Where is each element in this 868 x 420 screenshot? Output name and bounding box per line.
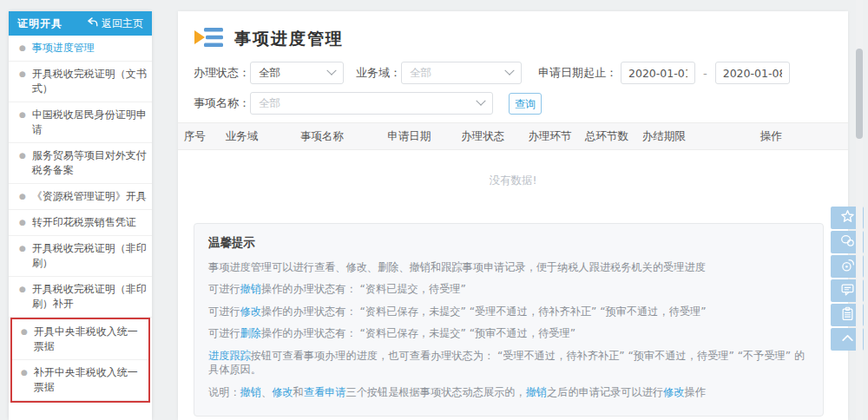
- chevron-down-icon: [326, 66, 336, 75]
- sidebar-menu: ●事项进度管理●开具税收完税证明（文书式）●中国税收居民身份证明申请●服务贸易等…: [9, 36, 152, 403]
- domain-select[interactable]: 全部: [401, 62, 522, 84]
- sidebar-item[interactable]: ●开具中央非税收入统一票据: [12, 319, 148, 360]
- table-column-header: 序号: [178, 129, 212, 144]
- tip-line: 进度跟踪按钮可查看事项办理的进度，也可查看办理状态为： “受理不通过，待补齐补正…: [208, 349, 809, 377]
- filter-panel: 办理状态： 全部 业务域： 全部 申请日期起止： - 事项名称： 全部 查询: [178, 62, 848, 115]
- back-link-label: 返回主页: [102, 16, 143, 31]
- sidebar-item-label: 中国税收居民身份证明申请: [32, 108, 147, 137]
- tip-line: 可进行撤销操作的办理状态有： “资料已提交，待受理”: [208, 282, 809, 296]
- progress-list-icon: [194, 26, 223, 52]
- page-title: 事项进度管理: [234, 28, 344, 50]
- scrollbar-thumb[interactable]: [856, 49, 863, 139]
- status-label: 办理状态：: [194, 65, 250, 81]
- tips-panel: 温馨提示 事项进度管理可以进行查看、修改、删除、撤销和跟踪事项申请记录，便于纳税…: [194, 223, 824, 417]
- sidebar: 证明开具 返回主页 ●事项进度管理●开具税收完税证明（文书式）●中国税收居民身份…: [9, 11, 152, 420]
- sidebar-item-label: 开具税收完税证明（文书式）: [32, 67, 147, 96]
- back-arrow-icon: [87, 17, 98, 30]
- tip-text: 事项进度管理可以进行查看、修改、删除、撤销和跟踪事项申请记录，便于纳税人跟进税务…: [208, 261, 706, 273]
- tip-action-link[interactable]: 删除: [240, 327, 261, 339]
- tip-action-link[interactable]: 修改: [272, 386, 293, 398]
- bullet-icon: ●: [21, 365, 28, 380]
- tip-action-link[interactable]: 进度跟踪: [208, 350, 251, 362]
- sidebar-item[interactable]: ●事项进度管理: [9, 36, 152, 62]
- table-column-header: 业务域: [212, 129, 272, 144]
- tip-line: 说明：撤销、修改和查看申请三个按钮是根据事项状态动态展示的，撤销之后的申请记录可…: [208, 385, 809, 399]
- sidebar-item[interactable]: ●转开印花税票销售凭证: [9, 210, 152, 236]
- sidebar-item[interactable]: ●补开中央非税收入统一票据: [12, 360, 148, 401]
- tips-lines: 事项进度管理可以进行查看、修改、删除、撤销和跟踪事项申请记录，便于纳税人跟进税务…: [208, 260, 809, 399]
- tip-action-link[interactable]: 撤销: [240, 386, 261, 398]
- feedback-icon: [840, 282, 855, 300]
- table-column-header: 事项名称: [272, 129, 372, 144]
- table-column-header: 操作: [694, 129, 848, 144]
- item-name-select[interactable]: 全部: [250, 92, 493, 115]
- tip-text: 、: [261, 386, 272, 398]
- sidebar-item-label: 《资源税管理证明》开具: [32, 189, 147, 204]
- tip-text: 操作的办理状态有： “资料已保存，未提交” “受理不通过，待补齐补正” “预审不…: [261, 305, 707, 318]
- bullet-icon: ●: [19, 282, 26, 297]
- date-separator: -: [703, 67, 707, 80]
- tip-text: 可进行: [208, 283, 240, 295]
- sidebar-header: 证明开具 返回主页: [9, 11, 152, 36]
- tip-action-link[interactable]: 撤销: [526, 386, 547, 398]
- sidebar-item[interactable]: ●开具税收完税证明（非印刷）补开: [9, 277, 152, 318]
- sidebar-item[interactable]: ●开具税收完税证明（文书式）: [9, 62, 152, 102]
- bullet-icon: ●: [21, 325, 28, 339]
- table-column-header: 总环节数: [580, 129, 634, 144]
- back-to-top-icon: [840, 331, 855, 349]
- domain-label: 业务域：: [356, 65, 401, 81]
- table-header-row: 序号业务域事项名称申请日期办理状态办理环节总环节数办结期限操作: [178, 122, 848, 150]
- tips-title: 温馨提示: [208, 235, 809, 251]
- item-name-label: 事项名称：: [194, 95, 250, 111]
- tip-text: 可进行: [208, 327, 240, 339]
- sidebar-item-label: 服务贸易等项目对外支付税务备案: [32, 148, 147, 178]
- tip-action-link[interactable]: 修改: [663, 386, 684, 398]
- sidebar-item[interactable]: ●中国税收居民身份证明申请: [9, 102, 152, 143]
- bullet-icon: ●: [19, 215, 26, 230]
- back-to-home-link[interactable]: 返回主页: [87, 16, 143, 31]
- sidebar-item-label: 转开印花税票销售凭证: [32, 215, 136, 230]
- wechat-icon: [840, 233, 855, 252]
- status-select[interactable]: 全部: [250, 62, 344, 84]
- search-button[interactable]: 查询: [509, 93, 542, 115]
- tip-action-link[interactable]: 撤销: [240, 283, 261, 295]
- favorite-star-icon: [840, 209, 855, 227]
- sidebar-item[interactable]: ●《资源税管理证明》开具: [9, 184, 152, 210]
- tip-text: 操作的办理状态有： “资料已保存，未提交” “预审不通过，待受理”: [261, 327, 575, 339]
- table-column-header: 办理环节: [520, 129, 580, 144]
- sidebar-item[interactable]: ●开具税收完税证明（非印刷）: [9, 236, 152, 277]
- status-select-value: 全部: [259, 66, 280, 81]
- main-content: 事项进度管理 办理状态： 全部 业务域： 全部 申请日期起止： - 事项名称： …: [178, 11, 848, 420]
- sidebar-item-label: 开具税收完税证明（非印刷）补开: [32, 282, 147, 312]
- date-from-input[interactable]: [621, 62, 695, 84]
- table-column-header: 申请日期: [372, 129, 446, 144]
- bullet-icon: ●: [19, 41, 26, 56]
- date-range-label: 申请日期起止：: [538, 65, 617, 81]
- filter-row-2: 事项名称： 全部 查询: [194, 92, 832, 115]
- bullet-icon: ●: [19, 241, 26, 256]
- tip-line: 可进行修改操作的办理状态有： “资料已保存，未提交” “受理不通过，待补齐补正”…: [208, 305, 809, 318]
- highlight-red-box: ●开具中央非税收入统一票据●补开中央非税收入统一票据: [10, 318, 150, 403]
- bullet-icon: ●: [19, 189, 26, 204]
- domain-select-value: 全部: [410, 66, 431, 81]
- tip-text: 按钮可查看事项办理的进度，也可查看办理状态为： “受理不通过，待补齐补正” “预…: [208, 350, 805, 376]
- table-column-header: 办结期限: [634, 129, 694, 144]
- chevron-down-icon: [476, 96, 485, 106]
- sidebar-item-label: 补开中央非税收入统一票据: [34, 365, 143, 395]
- date-to-input[interactable]: [715, 62, 790, 84]
- records-icon: [840, 306, 855, 325]
- sidebar-item[interactable]: ●服务贸易等项目对外支付税务备案: [9, 143, 152, 184]
- item-name-select-value: 全部: [259, 96, 280, 111]
- tip-action-link[interactable]: 查看申请: [304, 386, 346, 398]
- filter-row-1: 办理状态： 全部 业务域： 全部 申请日期起止： -: [194, 62, 832, 84]
- bullet-icon: ●: [19, 108, 26, 122]
- scrollbar-track[interactable]: [856, 0, 863, 420]
- weibo-icon: [840, 258, 855, 276]
- sidebar-item-label: 事项进度管理: [32, 41, 95, 56]
- tip-line: 可进行删除操作的办理状态有： “资料已保存，未提交” “预审不通过，待受理”: [208, 326, 809, 340]
- tip-text: 三个按钮是根据事项状态动态展示的，: [345, 386, 525, 398]
- tip-action-link[interactable]: 修改: [240, 305, 261, 318]
- bullet-icon: ●: [19, 148, 26, 163]
- sidebar-title: 证明开具: [17, 16, 62, 31]
- tip-text: 之后的申请记录可以进行: [547, 386, 663, 398]
